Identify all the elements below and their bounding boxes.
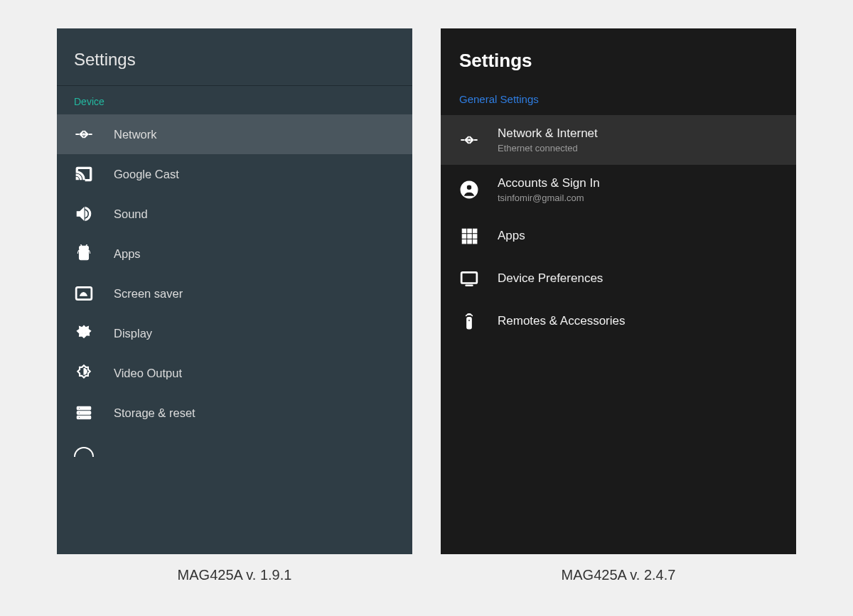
svg-rect-29 [468,239,471,243]
ethernet-icon [74,124,94,144]
svg-rect-23 [468,229,471,232]
svg-point-34 [468,320,471,322]
svg-point-2 [85,134,87,136]
menu-item-label: Network [114,128,157,141]
account-icon [459,180,479,200]
menu-item-label: Display [114,327,152,340]
partial-icon [74,437,94,457]
svg-rect-28 [462,239,466,243]
page-title: Settings [441,28,796,87]
settings-panel-v1: Settings Device Network Google Cast Soun… [57,28,412,554]
cast-icon [74,164,94,184]
menu-item-subtitle: tsinfomir@gmail.com [498,193,600,203]
ethernet-icon [459,130,479,150]
menu-item-apps[interactable]: Apps [57,234,412,274]
menu-item-remotes[interactable]: Remotes & Accessories [441,300,796,342]
menu-item-accounts[interactable]: Accounts & Sign In tsinfomir@gmail.com [441,165,796,215]
storage-icon [74,403,94,423]
section-header-general: General Settings [441,87,796,115]
tv-icon [459,269,479,288]
svg-line-7 [81,244,82,246]
svg-point-15 [78,412,80,414]
svg-point-16 [78,416,80,418]
svg-point-14 [78,407,80,409]
brightness-auto-icon: A [74,323,94,343]
svg-point-1 [83,134,85,136]
page-title: Settings [57,28,412,86]
svg-rect-25 [462,234,466,238]
svg-point-19 [471,139,473,141]
menu-item-label: Apps [114,247,141,261]
menu-item-label: Storage & reset [114,406,195,420]
menu-item-network[interactable]: Network [57,114,412,154]
menu-item-label: Accounts & Sign In [498,176,600,190]
svg-point-18 [468,139,471,141]
svg-rect-22 [462,229,466,232]
svg-rect-26 [468,234,471,238]
android-icon [74,244,94,264]
menu-item-label: Google Cast [114,168,179,181]
svg-rect-27 [473,234,476,238]
menu-item-video-output[interactable]: Video Output [57,353,412,393]
menu-item-partial[interactable] [57,433,412,457]
menu-item-apps[interactable]: Apps [441,215,796,257]
screensaver-icon [74,283,94,303]
panel-caption: MAG425A v. 2.4.7 [562,567,676,583]
svg-point-21 [466,185,472,190]
svg-rect-6 [80,251,89,259]
menu-item-device-preferences[interactable]: Device Preferences [441,257,796,300]
menu-item-label: Sound [114,207,148,221]
menu-item-display[interactable]: A Display [57,313,412,353]
menu-item-label: Apps [498,229,525,243]
svg-point-17 [466,139,468,141]
svg-rect-24 [473,229,476,232]
remote-icon [459,311,479,331]
menu-item-label: Video Output [114,367,182,380]
apps-grid-icon [459,226,479,246]
menu-item-network-internet[interactable]: Network & Internet Ethernet connected [441,115,796,165]
svg-rect-5 [80,246,89,249]
menu-item-label: Network & Internet [498,126,598,141]
menu-item-storage-reset[interactable]: Storage & reset [57,393,412,433]
menu-item-label: Remotes & Accessories [498,314,626,328]
svg-rect-31 [461,272,477,283]
menu-item-google-cast[interactable]: Google Cast [57,154,412,194]
svg-text:A: A [81,328,86,335]
speaker-icon [74,204,94,224]
svg-point-0 [80,134,82,136]
menu-item-label: Screen saver [114,287,183,301]
menu-item-label: Device Preferences [498,271,603,286]
menu-item-sound[interactable]: Sound [57,194,412,234]
svg-line-8 [86,244,87,246]
brightness-icon [74,363,94,383]
menu-item-screen-saver[interactable]: Screen saver [57,274,412,313]
menu-item-subtitle: Ethernet connected [498,143,598,153]
panel-caption: MAG425A v. 1.9.1 [178,567,292,583]
settings-panel-v2: Settings General Settings Network & Inte… [441,28,796,554]
section-header-device: Device [57,86,412,114]
svg-rect-30 [473,239,476,243]
